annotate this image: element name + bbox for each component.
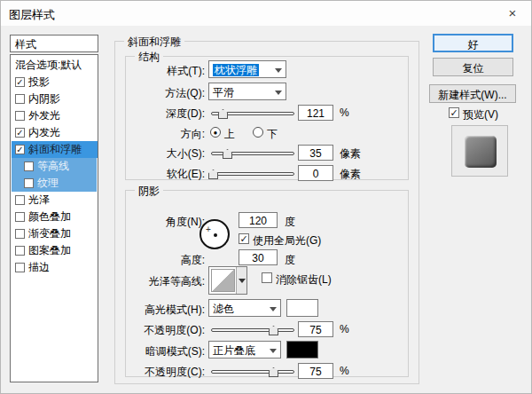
shadow-opacity-unit: %: [340, 365, 349, 377]
depth-label: 深度(D):: [116, 106, 205, 122]
anti-alias-label: 消除锯齿(L): [276, 272, 332, 288]
technique-label: 方法(Q):: [116, 86, 205, 101]
checkbox[interactable]: [24, 162, 34, 171]
sidebar-item-outer-glow[interactable]: 外发光: [12, 107, 97, 124]
soften-value[interactable]: 0: [298, 165, 333, 181]
highlight-color-swatch[interactable]: [286, 299, 318, 317]
style-label: 样式(T):: [116, 64, 205, 79]
direction-up-radio[interactable]: ●: [210, 127, 221, 138]
shadow-opacity-value[interactable]: 75: [298, 363, 333, 379]
sidebar-item-satin[interactable]: 光泽: [12, 192, 97, 209]
soften-slider[interactable]: [211, 172, 294, 176]
sidebar-item-drop-shadow[interactable]: ✓投影: [12, 74, 97, 91]
soften-unit: 像素: [340, 167, 361, 182]
direction-up-label: 上: [224, 127, 235, 142]
gloss-contour-picker[interactable]: [208, 266, 247, 295]
sidebar-item-contour[interactable]: 等高线: [12, 158, 97, 175]
angle-value[interactable]: 120: [239, 212, 278, 228]
checkbox[interactable]: [15, 195, 25, 205]
direction-down-label: 下: [267, 127, 278, 142]
sidebar-item-label: 投影: [28, 75, 50, 90]
style-dropdown[interactable]: 枕状浮雕: [208, 60, 286, 78]
sidebar-item-stroke[interactable]: 描边: [12, 259, 97, 276]
contour-dropdown-button[interactable]: [236, 267, 246, 294]
chevron-down-icon: [270, 349, 277, 353]
altitude-value[interactable]: 30: [239, 249, 278, 265]
depth-unit: %: [340, 106, 349, 119]
direction-label: 方向:: [116, 127, 205, 142]
chevron-down-icon: [275, 68, 282, 73]
checkbox[interactable]: [15, 263, 25, 272]
size-value[interactable]: 35: [298, 145, 333, 161]
checkbox[interactable]: [15, 229, 25, 239]
sidebar-item-bevel-emboss[interactable]: ✓斜面和浮雕: [12, 141, 98, 158]
technique-dropdown[interactable]: 平滑: [208, 83, 286, 100]
preview-checkbox[interactable]: ✓: [449, 107, 459, 118]
sidebar-item-pattern-overlay[interactable]: 图案叠加: [12, 242, 97, 259]
sidebar-item-label: 图案叠加: [28, 243, 71, 258]
shadow-mode-label: 暗调模式(S):: [116, 344, 205, 359]
highlight-opacity-label: 不透明度(O):: [116, 323, 205, 338]
anti-alias-checkbox[interactable]: [262, 272, 272, 283]
global-light-checkbox[interactable]: ✓: [239, 233, 249, 244]
checkbox[interactable]: [15, 111, 25, 121]
contour-thumbnail: [211, 269, 235, 292]
gloss-contour-label: 光泽等高线:: [116, 274, 205, 289]
sidebar-item-label: 外发光: [28, 108, 60, 123]
close-icon[interactable]: ×: [503, 4, 522, 22]
sidebar-item-label: 纹理: [37, 176, 59, 191]
sidebar-item-texture[interactable]: 纹理: [12, 175, 97, 192]
depth-value[interactable]: 121: [298, 105, 333, 121]
checkbox[interactable]: [24, 178, 34, 188]
structure-title: 结构: [135, 50, 163, 65]
sidebar-item-gradient-overlay[interactable]: 渐变叠加: [12, 225, 97, 242]
preview-square: [465, 136, 497, 168]
global-light-label: 使用全局光(G): [253, 233, 321, 248]
sidebar-item-label: 等高线: [37, 159, 69, 174]
shading-title: 阴影: [135, 184, 163, 199]
dialog-title: 图层样式: [9, 7, 55, 23]
new-style-button[interactable]: 新建样式(W)...: [429, 84, 516, 103]
chevron-down-icon: [270, 307, 277, 311]
angle-dial-center-dot: [214, 233, 217, 237]
size-unit: 像素: [340, 146, 361, 162]
layer-style-dialog: 图层样式 × 样式 混合选项:默认 ✓投影 内阴影 外发光 ✓内发光 ✓斜面和浮…: [0, 0, 532, 394]
group-title: 斜面和浮雕: [124, 35, 184, 50]
ok-button[interactable]: 好: [433, 34, 513, 52]
checkbox[interactable]: [15, 246, 25, 256]
sidebar-item-inner-shadow[interactable]: 内阴影: [12, 91, 97, 107]
altitude-label: 高度:: [116, 253, 205, 268]
title-bar: 图层样式 ×: [1, 1, 531, 26]
chevron-down-icon: [239, 279, 246, 283]
technique-value: 平滑: [213, 86, 234, 98]
size-label: 大小(S):: [116, 146, 205, 162]
sidebar-item-color-overlay[interactable]: 颜色叠加: [12, 209, 97, 225]
sidebar-item-blending-options[interactable]: 混合选项:默认: [12, 57, 97, 74]
checkbox[interactable]: ✓: [15, 77, 25, 87]
highlight-mode-dropdown[interactable]: 滤色: [208, 299, 281, 317]
shadow-mode-dropdown[interactable]: 正片叠底: [208, 341, 281, 359]
shadow-color-swatch[interactable]: [286, 341, 318, 359]
style-preview-thumbnail: [451, 125, 508, 177]
style-value: 枕状浮雕: [213, 64, 259, 76]
altitude-unit: 度: [285, 253, 295, 268]
preview-label: 预览(V): [463, 107, 498, 122]
sidebar-item-label: 描边: [28, 260, 50, 275]
sidebar-item-label: 颜色叠加: [28, 209, 71, 225]
highlight-mode-label: 高光模式(H):: [116, 303, 205, 318]
highlight-opacity-value[interactable]: 75: [298, 321, 333, 337]
checkbox[interactable]: ✓: [15, 145, 25, 154]
checkbox[interactable]: [15, 212, 25, 222]
highlight-opacity-unit: %: [340, 323, 349, 335]
sidebar-item-label: 内发光: [28, 125, 60, 140]
checkbox[interactable]: [15, 94, 25, 104]
angle-unit: 度: [285, 215, 295, 230]
sidebar-item-inner-glow[interactable]: ✓内发光: [12, 124, 97, 141]
shadow-opacity-slider[interactable]: [211, 370, 294, 374]
highlight-opacity-slider[interactable]: [211, 328, 294, 332]
reset-button[interactable]: 复位: [433, 58, 513, 76]
direction-down-radio[interactable]: [253, 127, 263, 138]
checkbox[interactable]: ✓: [15, 128, 25, 138]
angle-dial[interactable]: +: [200, 219, 230, 249]
angle-label: 角度(N):: [116, 215, 205, 230]
